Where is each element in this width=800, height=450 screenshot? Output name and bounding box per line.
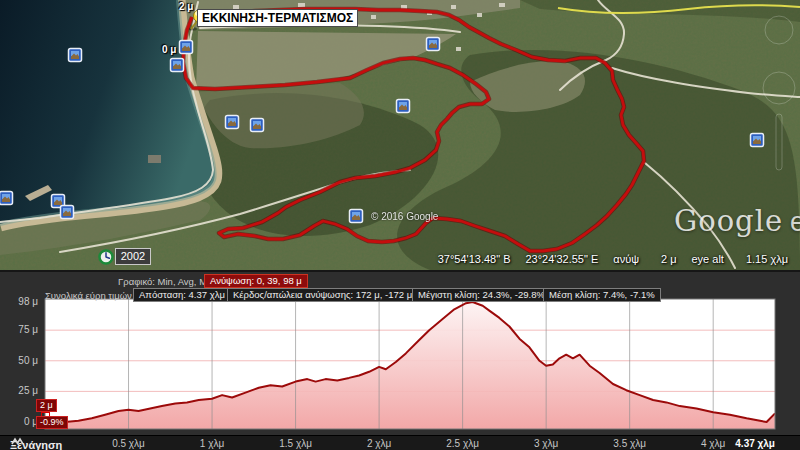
clock-icon[interactable]	[100, 251, 113, 264]
photo-marker-icon[interactable]	[397, 100, 410, 113]
photo-marker-icon[interactable]	[61, 206, 74, 219]
photo-marker-icon[interactable]	[180, 41, 193, 54]
x-tick-label: 3.5 χλμ	[605, 438, 655, 449]
x-tick-label: 3 χλμ	[521, 438, 571, 449]
x-tick-label: 1 χλμ	[187, 438, 237, 449]
imagery-date-badge[interactable]: 2002	[115, 248, 151, 265]
x-tick-label: 2 χλμ	[354, 438, 404, 449]
map-viewport[interactable]: 2 μ 0 μ ΕΚΚΙΝΗΣΗ-ΤΕΡΜΑΤΙΣΜΟΣ 2002 © 2016…	[0, 0, 800, 270]
waypoint-label-sea: 0 μ	[162, 44, 176, 55]
eye-altitude-label: eye alt	[692, 253, 724, 265]
x-tick-label: 4.37 χλμ	[721, 438, 775, 449]
elevation-readout: 2 μ	[661, 253, 677, 265]
waypoint-label-start: 2 μ	[179, 1, 193, 12]
totals-label: Συνολικά εύρη τιμών	[45, 289, 132, 302]
x-tick-label: 2.5 χλμ	[438, 438, 488, 449]
map-copyright: © 2016 Google	[371, 211, 438, 222]
x-tick-label: 1.5 χλμ	[271, 438, 321, 449]
y-tick-label: 98 μ	[6, 296, 38, 307]
y-tick-label: 50 μ	[6, 355, 38, 366]
double-chevron-up-icon	[10, 436, 25, 446]
x-tick-label: 0.5 χλμ	[104, 438, 154, 449]
photo-marker-icon[interactable]	[0, 192, 13, 205]
graph-minavgmax-label: Γραφικό: Min, Avg, Max	[118, 275, 217, 288]
photo-marker-icon[interactable]	[751, 134, 764, 147]
chart-footer-bar: Ξενάγηση 0.5 χλμ1 χλμ1.5 χλμ2 χλμ2.5 χλμ…	[0, 435, 800, 450]
eye-altitude-readout: 1.15 χλμ	[746, 253, 788, 265]
gain-loss-stat-box: Κέρδος/απώλεια ανύψωσης: 172 μ, -172 μ	[227, 288, 418, 302]
start-finish-placemark-label[interactable]: ΕΚΚΙΝΗΣΗ-ΤΕΡΜΑΤΙΣΜΟΣ	[197, 9, 358, 27]
cursor-elevation-badge: 2 μ	[36, 399, 57, 412]
photo-marker-icon[interactable]	[350, 210, 363, 223]
photo-marker-icon[interactable]	[251, 119, 264, 132]
avg-slope-stat-box: Μέση κλίση: 7.4%, -7.1%	[543, 288, 661, 302]
max-slope-stat-box: Μέγιστη κλίση: 24.3%, -29.8%	[412, 288, 551, 302]
status-bar: 37°54'13.48" Β 23°24'32.55" Ε ανύψ 2 μ e…	[438, 253, 788, 265]
photo-marker-icon[interactable]	[427, 38, 440, 51]
y-tick-label: 0 μ	[6, 416, 38, 427]
google-earth-window: 2 μ 0 μ ΕΚΚΙΝΗΣΗ-ΤΕΡΜΑΤΙΣΜΟΣ 2002 © 2016…	[0, 0, 800, 450]
longitude-readout: 23°24'32.55" Ε	[525, 253, 598, 265]
logo-word-google: Google	[674, 204, 783, 238]
latitude-readout: 37°54'13.48" Β	[438, 253, 511, 265]
tour-button[interactable]: Ξενάγηση	[10, 436, 62, 450]
distance-stat-box: Απόσταση: 4.37 χλμ	[133, 288, 231, 302]
photo-marker-icon[interactable]	[69, 49, 82, 62]
cursor-slope-badge: -0.9%	[36, 416, 68, 429]
photo-marker-icon[interactable]	[171, 59, 184, 72]
elevation-label: ανύψ	[613, 253, 639, 265]
photo-marker-icon[interactable]	[226, 116, 239, 129]
logo-word-earth: earth	[790, 207, 800, 237]
elevation-profile-panel: Γραφικό: Min, Avg, Max Ανύψωση: 0, 39, 9…	[0, 270, 800, 450]
elevation-stat-box: Ανύψωση: 0, 39, 98 μ	[204, 274, 308, 288]
y-tick-label: 25 μ	[6, 385, 38, 396]
y-tick-label: 75 μ	[6, 324, 38, 335]
google-earth-logo: Googleearth	[674, 204, 800, 238]
